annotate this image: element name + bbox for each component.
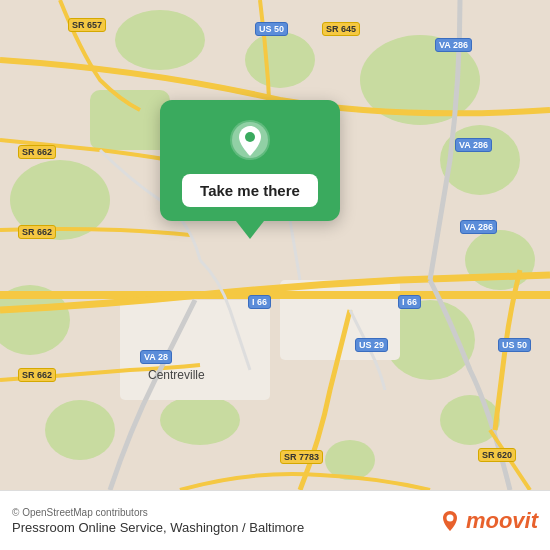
tooltip-label: Take me there [182, 174, 318, 207]
location-pin-icon [228, 118, 272, 162]
moovit-text: moovit [466, 508, 538, 534]
map-container: US 50 VA 286 VA 286 VA 286 SR 657 SR 645… [0, 0, 550, 490]
service-name: Pressroom Online Service, Washington / B… [12, 520, 438, 535]
moovit-pin-icon [438, 509, 462, 533]
tooltip-box[interactable]: Take me there [160, 100, 340, 221]
svg-point-11 [245, 32, 315, 88]
svg-point-8 [45, 400, 115, 460]
map-svg [0, 0, 550, 490]
moovit-logo: moovit [438, 508, 538, 534]
label-i66-2: I 66 [398, 295, 421, 309]
label-va286-2: VA 286 [455, 138, 492, 152]
tooltip-arrow [236, 221, 264, 239]
label-va28: VA 28 [140, 350, 172, 364]
svg-point-12 [115, 10, 205, 70]
bottom-bar: © OpenStreetMap contributors Pressroom O… [0, 490, 550, 550]
label-sr662-3: SR 662 [18, 368, 56, 382]
label-sr662-1: SR 662 [18, 145, 56, 159]
svg-point-9 [160, 395, 240, 445]
label-sr662-2: SR 662 [18, 225, 56, 239]
label-sr645: SR 645 [322, 22, 360, 36]
svg-point-21 [446, 514, 453, 521]
bottom-left: © OpenStreetMap contributors Pressroom O… [12, 507, 438, 535]
label-sr620: SR 620 [478, 448, 516, 462]
label-va286-3: VA 286 [460, 220, 497, 234]
svg-point-3 [465, 230, 535, 290]
svg-point-20 [245, 132, 255, 142]
copyright-text: © OpenStreetMap contributors [12, 507, 438, 518]
label-va286-1: VA 286 [435, 38, 472, 52]
label-sr657: SR 657 [68, 18, 106, 32]
label-sr7783: SR 7783 [280, 450, 323, 464]
label-us29-1: US 29 [355, 338, 388, 352]
label-us50-right: US 50 [498, 338, 531, 352]
city-label: Centreville [148, 368, 205, 382]
label-us50: US 50 [255, 22, 288, 36]
tooltip[interactable]: Take me there [155, 100, 345, 239]
label-i66-1: I 66 [248, 295, 271, 309]
